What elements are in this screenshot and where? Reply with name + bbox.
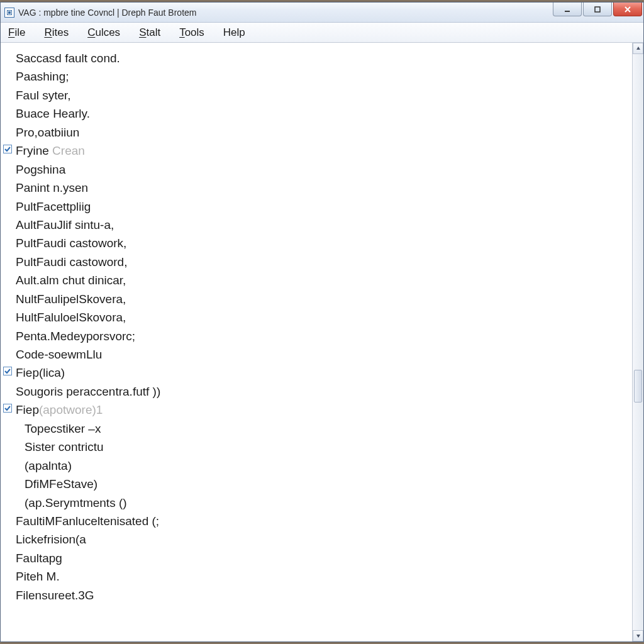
- content-line: Fiep(lica): [16, 364, 625, 382]
- content-line: Faultapg: [16, 549, 625, 567]
- content-line: Piteh M.: [16, 567, 625, 586]
- menu-file[interactable]: File: [4, 25, 29, 40]
- window-title: VAG : mpbre tine Covncl | Dreph Faut Bro…: [18, 8, 197, 18]
- content-line: Lickefrision(a: [16, 530, 625, 548]
- check-icon[interactable]: [3, 404, 12, 413]
- content-line: Sougoris peraccentra.futf )): [16, 382, 625, 401]
- content-line: (apalnta): [16, 457, 625, 475]
- content-line: PultFaudi castowork,: [16, 234, 625, 252]
- content-line: Penta.Medeyporsvorc;: [16, 327, 625, 345]
- content-line: AultFauJlif sintu-a,: [16, 216, 625, 234]
- svg-marker-7: [636, 47, 640, 50]
- svg-rect-2: [8, 11, 11, 14]
- titlebar[interactable]: VAG : mpbre tine Covncl | Dreph Faut Bro…: [1, 3, 643, 23]
- menu-tools[interactable]: Tools: [175, 25, 208, 40]
- content-line: PultFaudi castoword,: [16, 253, 625, 271]
- content-line: Paashing;: [16, 67, 625, 86]
- content-line: Topecstiker –x: [16, 419, 625, 438]
- svg-marker-8: [636, 635, 640, 638]
- menu-bar: File Rites Culces Stalt Tools Help: [1, 23, 643, 43]
- maximize-button[interactable]: [583, 3, 612, 16]
- check-icon[interactable]: [3, 145, 12, 153]
- scroll-thumb[interactable]: [634, 370, 642, 402]
- content-line: PultFacettpliig: [16, 197, 625, 216]
- content-line: Faul syter,: [16, 86, 625, 104]
- faded-suffix: (apotwore)1: [39, 403, 103, 416]
- content-line: Panint n.ysen: [16, 179, 625, 197]
- content-line: Saccasd fault cond.: [16, 49, 625, 67]
- menu-stalt[interactable]: Stalt: [135, 25, 164, 40]
- faded-suffix: Crean: [52, 144, 85, 157]
- scroll-up-button[interactable]: [633, 43, 643, 54]
- content-line: Ault.alm chut dinicar,: [16, 271, 625, 289]
- content-line: FaultiMFanluceltenisated (;: [16, 512, 625, 530]
- content-line: Filensureet.3G: [16, 586, 625, 604]
- window-controls: [553, 3, 643, 19]
- content-line: Pro,oatbiiun: [16, 123, 625, 142]
- minimize-button[interactable]: [553, 3, 582, 16]
- content-line: Buace Hearly.: [16, 104, 625, 123]
- content-line: (ap.Serymtments (): [16, 494, 625, 512]
- content-line: DfiMFeStave): [16, 475, 625, 493]
- content-line: Fiep(apotwore)1: [16, 401, 625, 419]
- content-line: Code-soewmLlu: [16, 345, 625, 364]
- app-icon: [4, 8, 14, 18]
- menu-rites[interactable]: Rites: [40, 25, 72, 40]
- check-icon[interactable]: [3, 367, 12, 375]
- close-button[interactable]: [613, 3, 642, 16]
- content-line: Fryine Crean: [16, 142, 625, 160]
- menu-culces[interactable]: Culces: [84, 25, 124, 40]
- content-line: Pogshina: [16, 160, 625, 179]
- client-area: Saccasd fault cond.Paashing;Faul syter,B…: [1, 43, 643, 641]
- app-window: VAG : mpbre tine Covncl | Dreph Faut Bro…: [0, 2, 644, 642]
- vertical-scrollbar[interactable]: [632, 43, 643, 641]
- menu-help[interactable]: Help: [219, 25, 249, 40]
- content-line: NultFaulipelSkovera,: [16, 290, 625, 308]
- content-line: Sister contrictu: [16, 438, 625, 456]
- svg-rect-4: [595, 7, 600, 12]
- content-line: HultFaluloelSkovora,: [16, 308, 625, 326]
- text-content[interactable]: Saccasd fault cond.Paashing;Faul syter,B…: [1, 43, 632, 641]
- scroll-down-button[interactable]: [633, 630, 643, 641]
